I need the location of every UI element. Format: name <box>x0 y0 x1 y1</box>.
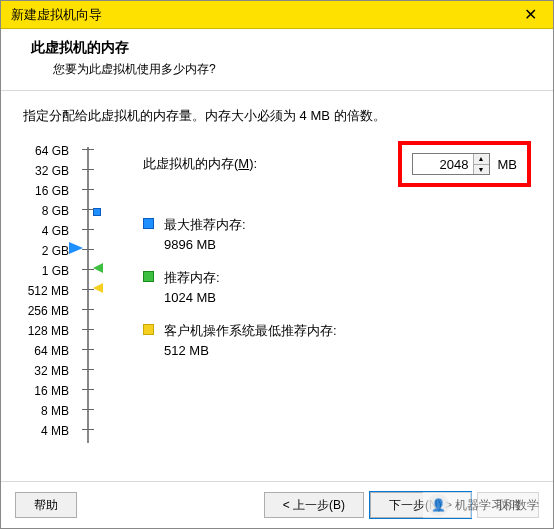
tick-mark <box>82 209 94 210</box>
scale-label: 64 GB <box>35 141 69 161</box>
main-area: 64 GB32 GB16 GB8 GB4 GB2 GB1 GB512 MB256… <box>23 141 531 473</box>
header-subtitle: 您要为此虚拟机使用多少内存? <box>31 61 535 78</box>
scale-labels: 64 GB32 GB16 GB8 GB4 GB2 GB1 GB512 MB256… <box>23 141 73 441</box>
window-title: 新建虚拟机向导 <box>11 6 102 24</box>
min-recommend-block: 客户机操作系统最低推荐内存: 512 MB <box>143 321 531 360</box>
scale-label: 16 GB <box>35 181 69 201</box>
square-blue-icon <box>143 218 154 229</box>
scale-label: 4 MB <box>41 421 69 441</box>
scale-label: 2 GB <box>42 241 69 261</box>
scale-label: 16 MB <box>34 381 69 401</box>
tick-mark <box>82 389 94 390</box>
info-column: 此虚拟机的内存(M): ▲ ▼ MB <box>123 141 531 473</box>
memory-unit: MB <box>498 157 518 172</box>
min-marker-icon <box>93 283 103 293</box>
scale-label: 512 MB <box>28 281 69 301</box>
spinner-down-icon[interactable]: ▼ <box>474 165 489 175</box>
instruction-text: 指定分配给此虚拟机的内存量。内存大小必须为 4 MB 的倍数。 <box>23 107 531 125</box>
recommended-marker-icon <box>93 263 103 273</box>
max-marker-icon <box>93 208 101 216</box>
scale-label: 128 MB <box>28 321 69 341</box>
next-button[interactable]: 下一步(N) > <box>370 492 471 518</box>
tick-mark <box>82 309 94 310</box>
scale-label: 256 MB <box>28 301 69 321</box>
tick-mark <box>82 329 94 330</box>
tick-mark <box>82 409 94 410</box>
footer: 帮助 < 上一步(B) 下一步(N) > 取消 👤 机器学习和数学 <box>1 481 553 528</box>
scale-label: 64 MB <box>34 341 69 361</box>
tick-mark <box>82 369 94 370</box>
header-title: 此虚拟机的内存 <box>31 39 535 57</box>
tick-mark <box>82 149 94 150</box>
recommend-text: 推荐内存: 1024 MB <box>164 268 220 307</box>
tick-mark <box>82 429 94 430</box>
titlebar[interactable]: 新建虚拟机向导 ✕ <box>1 1 553 29</box>
tick-mark <box>82 169 94 170</box>
header-section: 此虚拟机的内存 您要为此虚拟机使用多少内存? <box>1 29 553 91</box>
close-icon[interactable]: ✕ <box>516 5 545 24</box>
square-green-icon <box>143 271 154 282</box>
tick-mark <box>82 349 94 350</box>
memory-input-highlight: ▲ ▼ MB <box>398 141 532 187</box>
content-area: 指定分配给此虚拟机的内存量。内存大小必须为 4 MB 的倍数。 64 GB32 … <box>1 91 553 481</box>
tick-mark <box>82 229 94 230</box>
cancel-button[interactable]: 取消 <box>477 492 539 518</box>
scale-label: 8 GB <box>42 201 69 221</box>
spinner-buttons: ▲ ▼ <box>473 154 489 174</box>
memory-slider[interactable] <box>73 145 103 445</box>
memory-input-row: 此虚拟机的内存(M): ▲ ▼ MB <box>143 141 531 187</box>
help-button[interactable]: 帮助 <box>15 492 77 518</box>
recommend-block: 推荐内存: 1024 MB <box>143 268 531 307</box>
tick-mark <box>82 289 94 290</box>
wizard-window: 新建虚拟机向导 ✕ 此虚拟机的内存 您要为此虚拟机使用多少内存? 指定分配给此虚… <box>0 0 554 529</box>
slider-thumb-icon[interactable] <box>69 242 83 254</box>
max-recommend-block: 最大推荐内存: 9896 MB <box>143 215 531 254</box>
scale-label: 8 MB <box>41 401 69 421</box>
tick-mark <box>82 269 94 270</box>
memory-slider-column: 64 GB32 GB16 GB8 GB4 GB2 GB1 GB512 MB256… <box>23 141 123 473</box>
scale-label: 32 MB <box>34 361 69 381</box>
square-yellow-icon <box>143 324 154 335</box>
scale-label: 32 GB <box>35 161 69 181</box>
memory-input[interactable] <box>413 154 473 174</box>
back-button[interactable]: < 上一步(B) <box>264 492 364 518</box>
min-recommend-text: 客户机操作系统最低推荐内存: 512 MB <box>164 321 337 360</box>
memory-label: 此虚拟机的内存(M): <box>143 155 257 173</box>
max-recommend-text: 最大推荐内存: 9896 MB <box>164 215 246 254</box>
spinner-up-icon[interactable]: ▲ <box>474 154 489 165</box>
slider-track-line <box>87 147 89 443</box>
scale-label: 4 GB <box>42 221 69 241</box>
tick-mark <box>82 249 94 250</box>
scale-label: 1 GB <box>42 261 69 281</box>
tick-mark <box>82 189 94 190</box>
memory-spinner[interactable]: ▲ ▼ <box>412 153 490 175</box>
